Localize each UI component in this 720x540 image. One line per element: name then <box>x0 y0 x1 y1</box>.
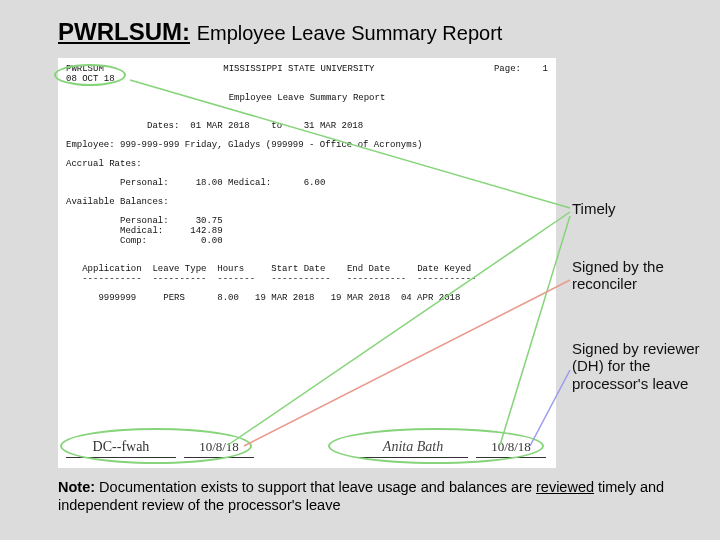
page-title: PWRLSUM: Employee Leave Summary Report <box>58 18 502 46</box>
report-body: PWRLSUM MISSISSIPPI STATE UNIVERSITY Pag… <box>58 58 556 468</box>
tbl-header: Application Leave Type Hours Start Date … <box>66 264 548 274</box>
accrual-row: Personal: 18.00 Medical: 6.00 <box>66 178 548 188</box>
print-date: 08 OCT 18 <box>66 74 548 84</box>
oval-sig2 <box>328 428 544 464</box>
tbl-divider: ----------- ---------- ------- ---------… <box>66 274 548 284</box>
page-label: Page: <box>494 64 521 74</box>
tbl-row: 9999999 PERS 8.00 19 MAR 2018 19 MAR 201… <box>66 293 548 303</box>
annot-timely: Timely <box>572 200 702 217</box>
employee-row: Employee: 999-999-999 Friday, Gladys (99… <box>66 140 548 150</box>
bal-personal: Personal: 30.75 <box>66 216 548 226</box>
page-num: 1 <box>543 64 548 74</box>
bal-medical: Medical: 142.89 <box>66 226 548 236</box>
dates-row: Dates: 01 MAR 2018 to 31 MAR 2018 <box>66 121 548 131</box>
report-subtitle: Employee Leave Summary Report <box>197 22 503 44</box>
footer-note: Note: Documentation exists to support th… <box>58 478 680 514</box>
oval-sig1 <box>60 428 252 464</box>
report-code: PWRLSUM: <box>58 18 190 45</box>
note-label: Note: <box>58 479 95 495</box>
rpt-univ: MISSISSIPPI STATE UNIVERSITY <box>223 64 374 74</box>
bal-comp: Comp: 0.00 <box>66 236 548 246</box>
annot-reconciler: Signed by the reconciler <box>572 258 702 293</box>
report-heading: Employee Leave Summary Report <box>66 93 548 103</box>
oval-date <box>54 64 126 86</box>
avail-label: Available Balances: <box>66 197 548 207</box>
accrual-label: Accrual Rates: <box>66 159 548 169</box>
annot-reviewer: Signed by reviewer (DH) for the processo… <box>572 340 702 392</box>
